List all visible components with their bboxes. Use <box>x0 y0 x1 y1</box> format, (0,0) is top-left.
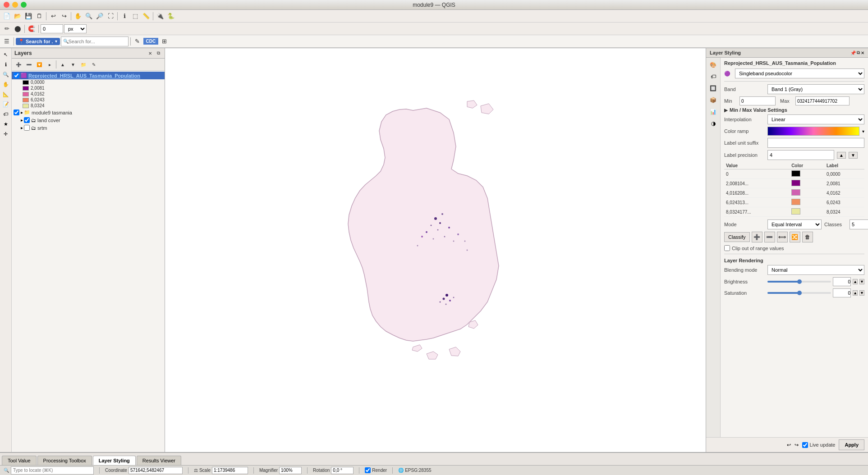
brightness-slider-track[interactable] <box>767 281 831 283</box>
brightness-down-btn[interactable]: ▼ <box>859 279 864 284</box>
pan-tool[interactable]: ✋ <box>1 80 10 89</box>
saturation-slider-thumb[interactable] <box>797 291 802 295</box>
sp-header-btns[interactable]: 📌 ⧉ ✕ <box>850 50 864 55</box>
location-dropdown-icon[interactable]: ▾ <box>55 39 57 44</box>
sp-detach-btn[interactable]: ⧉ <box>857 50 860 55</box>
filter-layer-btn[interactable]: 🔽 <box>34 59 44 69</box>
sp-icon-hist[interactable]: 📊 <box>708 106 719 117</box>
close-button[interactable] <box>4 2 9 8</box>
sp-icon-style[interactable]: 🎨 <box>708 59 719 70</box>
apply-button[interactable]: Apply <box>839 439 864 450</box>
layer-item-srtm[interactable]: ▸ 🗂 srtm <box>12 124 165 132</box>
identify-btn[interactable]: ℹ <box>119 11 129 21</box>
sp-redo-btn[interactable]: ↪ <box>795 442 799 448</box>
magnifier-input[interactable] <box>279 467 302 474</box>
layer-down-btn[interactable]: ▼ <box>68 59 78 69</box>
window-controls[interactable] <box>4 2 27 8</box>
mode-select[interactable]: Equal Interval <box>767 219 822 229</box>
zoom-out-btn[interactable]: 🔎 <box>95 11 105 21</box>
band-select[interactable]: Band 1 (Gray) <box>767 84 864 94</box>
layer-item-reprojected[interactable]: 🟪 Reprojected_HRSL_AUS_Tasmania_Populati… <box>12 72 165 79</box>
sp-close-btn[interactable]: ✕ <box>861 50 864 55</box>
saturation-slider-track[interactable] <box>767 292 831 294</box>
brightness-slider-thumb[interactable] <box>797 279 802 284</box>
class-color-4[interactable] <box>790 207 825 217</box>
layers-close-btn[interactable]: ✕ <box>147 50 154 57</box>
locate-input[interactable] <box>11 466 94 475</box>
layer-check-landcover[interactable] <box>24 117 30 123</box>
plugin-btn[interactable]: 🔌 <box>155 11 165 21</box>
save-project-btn[interactable]: 💾 <box>23 11 33 21</box>
sp-min-input[interactable] <box>739 96 776 105</box>
saturation-down-btn[interactable]: ▼ <box>859 290 864 296</box>
remove-layer-btn[interactable]: ➖ <box>24 59 34 69</box>
add-class-btn[interactable]: ➕ <box>752 232 762 242</box>
sp-max-input[interactable] <box>795 96 850 105</box>
undo-btn[interactable]: ↩ <box>48 11 58 21</box>
sp-icon-transparency[interactable]: ◑ <box>708 118 719 129</box>
sp-icon-mask[interactable]: 🔲 <box>708 83 719 94</box>
color-ramp-display[interactable] <box>767 127 859 136</box>
extra-btn[interactable]: ⊞ <box>159 37 169 46</box>
brightness-value[interactable] <box>833 277 851 286</box>
interpolation-select[interactable]: Linear <box>767 114 864 124</box>
open-project-btn[interactable]: 📂 <box>13 11 23 21</box>
zoom-tool[interactable]: 🔍 <box>1 70 10 79</box>
crosshair-tool[interactable]: ✛ <box>1 129 10 138</box>
precision-up-btn[interactable]: ▲ <box>837 152 846 159</box>
measure-btn[interactable]: 📏 <box>141 11 151 21</box>
measure-tool[interactable]: 📐 <box>1 90 10 99</box>
search-input[interactable] <box>69 39 123 44</box>
layer-item-landcover[interactable]: ▸ 🗂 land cover <box>12 116 165 124</box>
layers-toggle-btn[interactable]: ☰ <box>2 37 12 46</box>
select-btn[interactable]: ⬚ <box>130 11 140 21</box>
live-update-checkbox[interactable] <box>802 442 808 448</box>
tab-tool-value[interactable]: Tool Value <box>2 456 37 465</box>
saturation-value[interactable] <box>833 288 851 297</box>
rotation-input[interactable] <box>41 24 63 33</box>
classes-input[interactable] <box>850 219 868 229</box>
layer-group-btn[interactable]: 📁 <box>78 59 88 69</box>
label-tool[interactable]: 🏷 <box>1 110 10 119</box>
python-btn[interactable]: 🐍 <box>166 11 176 21</box>
highlight-tool[interactable]: ★ <box>1 119 10 128</box>
minimize-button[interactable] <box>12 2 18 8</box>
save-as-btn[interactable]: 🗒 <box>34 11 44 21</box>
cdc-btn[interactable]: CDC <box>143 38 159 45</box>
delete-all-btn[interactable]: 🗑 <box>802 232 813 242</box>
classify-button[interactable]: Classify <box>724 232 750 242</box>
render-type-select[interactable]: Singleband pseudocolor <box>735 69 864 78</box>
sp-label-suffix-input[interactable] <box>767 138 864 148</box>
sp-undo-btn[interactable]: ↩ <box>787 442 791 448</box>
precision-down-btn[interactable]: ▼ <box>849 152 858 159</box>
tab-processing-toolbox[interactable]: Processing Toolbox <box>37 456 92 465</box>
layers-header-buttons[interactable]: ✕ ⧉ <box>147 50 162 57</box>
add-layer-btn[interactable]: ➕ <box>14 59 23 69</box>
layer-check-srtm[interactable] <box>24 125 30 131</box>
sp-pin-btn[interactable]: 📌 <box>850 50 856 55</box>
class-color-3[interactable] <box>790 198 825 207</box>
sp-icon-labels[interactable]: 🏷 <box>708 71 719 82</box>
class-color-1[interactable] <box>790 179 825 188</box>
digitize-btn[interactable]: ✏ <box>2 24 12 34</box>
coordinate-input[interactable] <box>129 467 183 474</box>
color-ramp-dropdown-btn[interactable]: ▾ <box>862 129 864 134</box>
minmax-section-header[interactable]: ▶ Min / Max Value Settings <box>724 107 864 113</box>
redo-btn[interactable]: ↪ <box>59 11 69 21</box>
unit-select[interactable]: px <box>64 24 87 33</box>
sp-icon-3d[interactable]: 📦 <box>708 95 719 105</box>
snapping-btn[interactable]: 🧲 <box>27 24 37 34</box>
rotation-status-input[interactable] <box>331 467 354 474</box>
layer-edit-btn[interactable]: ✎ <box>89 59 99 69</box>
remove-class-btn[interactable]: ➖ <box>764 232 775 242</box>
new-project-btn[interactable]: 📄 <box>2 11 12 21</box>
scale-input[interactable] <box>212 467 248 474</box>
edit-mode-btn[interactable]: ✎ <box>133 37 142 46</box>
class-color-0[interactable] <box>790 169 825 179</box>
layer-item-module9[interactable]: ▸ 📁 module9 tasmania <box>12 109 165 116</box>
pan-btn[interactable]: ✋ <box>73 11 83 21</box>
layer-check-module9[interactable] <box>14 110 19 115</box>
class-color-2[interactable] <box>790 188 825 198</box>
map-area[interactable] <box>165 48 706 452</box>
select-tool[interactable]: ↖ <box>1 50 10 59</box>
